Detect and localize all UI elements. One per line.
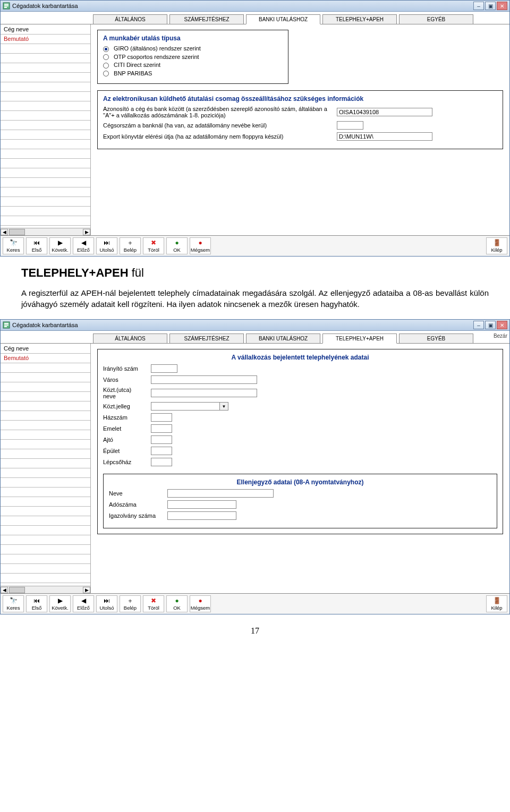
list-item[interactable] [1,421,90,430]
ellenjegyzo-adoszama-input[interactable] [167,500,236,509]
kozterulet-jelleg-input[interactable] [151,402,220,411]
list-item[interactable] [1,382,90,392]
radio-giro[interactable]: GIRO (általános) rendszer szerint [103,45,283,52]
torol-button[interactable]: ✖Töröl [143,595,164,612]
scroll-left-icon[interactable]: ◀ [1,229,8,235]
scroll-left-icon[interactable]: ◀ [1,587,8,593]
list-item[interactable] [1,392,90,401]
utolso-button[interactable]: ⏭Utolsó [96,237,117,254]
scroll-thumb[interactable] [9,587,25,593]
radio-otp[interactable]: OTP csoportos rendszere szerint [103,54,283,61]
list-item[interactable] [1,459,90,468]
list-item[interactable] [1,468,90,478]
ellenjegyzo-igazolvany-input[interactable] [167,511,236,520]
maximize-button[interactable]: ▣ [485,321,496,329]
list-item[interactable] [1,516,90,526]
elozo-button[interactable]: ◀Előző [73,595,94,612]
kovetk-button[interactable]: ▶Követk. [49,595,71,612]
list-item[interactable] [1,507,90,516]
list-item[interactable] [1,554,90,564]
tab-szamfejteshez[interactable]: SZÁMFEJTÉSHEZ [169,14,244,24]
maximize-button[interactable]: ▣ [485,2,496,10]
elozo-button[interactable]: ◀Előző [73,237,94,254]
list-item[interactable] [1,54,90,63]
list-item[interactable] [1,449,90,459]
scroll-right-icon[interactable]: ▶ [83,229,90,235]
kovetk-button[interactable]: ▶Követk. [49,237,71,254]
radio-bnp[interactable]: BNP PARIBAS [103,70,283,77]
minimize-button[interactable]: – [473,321,484,329]
list-item[interactable] [1,168,90,178]
list-item[interactable] [1,140,90,149]
list-item[interactable] [1,373,90,382]
list-item[interactable] [1,401,90,411]
list-item[interactable] [1,44,90,54]
kilep-button[interactable]: 🚪Kilép [486,595,507,612]
list-item[interactable] [1,440,90,449]
ok-button[interactable]: ●OK [166,237,188,254]
epulet-input[interactable] [151,447,172,455]
kozterulet-jelleg-combo[interactable]: ▼ [151,402,228,411]
list-item[interactable] [1,564,90,574]
belep-button[interactable]: ＋Belép [120,595,141,612]
list-item[interactable] [1,488,90,497]
ajto-input[interactable] [151,435,172,444]
tab-egyeb[interactable]: EGYÉB [399,14,473,24]
list-item[interactable] [1,545,90,554]
emelet-input[interactable] [151,424,172,433]
cegsorszam-input[interactable] [337,121,363,130]
radio-citi[interactable]: CITI Direct szerint [103,62,283,69]
list-item[interactable] [1,216,90,226]
chevron-down-icon[interactable]: ▼ [220,402,228,411]
sidebar-item-bemutato[interactable]: Bemutató [1,354,90,363]
sidebar-item-bemutato[interactable]: Bemutató [1,35,90,44]
minimize-button[interactable]: – [473,2,484,10]
list-item[interactable] [1,73,90,82]
list-item[interactable] [1,187,90,197]
list-item[interactable] [1,178,90,187]
tab-telephely-apeh[interactable]: TELEPHELY+APEH [322,14,397,24]
kilep-button[interactable]: 🚪Kilép [486,237,507,254]
list-item[interactable] [1,574,90,583]
list-item[interactable] [1,535,90,545]
list-item[interactable] [1,478,90,488]
close-button[interactable]: ✕ [497,2,507,10]
scroll-thumb[interactable] [9,229,25,235]
tab-altalanos[interactable]: ÁLTALÁNOS [93,334,167,344]
list-item[interactable] [1,411,90,421]
list-item[interactable] [1,159,90,168]
utolso-button[interactable]: ⏭Utolsó [96,595,117,612]
list-item[interactable] [1,363,90,373]
azonosito-input[interactable] [337,108,432,116]
list-item[interactable] [1,121,90,130]
ok-button[interactable]: ●OK [166,595,188,612]
list-item[interactable] [1,63,90,73]
list-item[interactable] [1,526,90,535]
list-item[interactable] [1,92,90,101]
tab-altalanos[interactable]: ÁLTALÁNOS [93,14,167,24]
list-item[interactable] [1,430,90,440]
list-item[interactable] [1,82,90,92]
tab-szamfejteshez[interactable]: SZÁMFEJTÉSHEZ [169,334,244,344]
elso-button[interactable]: ⏮Első [26,237,47,254]
list-item[interactable] [1,497,90,507]
keres-button[interactable]: 🔭Keres [3,595,24,612]
megsem-button[interactable]: ●Mégsem [190,595,211,612]
list-item[interactable] [1,111,90,121]
belep-button[interactable]: ＋Belép [120,237,141,254]
tab-telephely-apeh[interactable]: TELEPHELY+APEH [322,334,397,344]
export-path-input[interactable] [337,132,432,141]
tab-banki-utalashoz[interactable]: BANKI UTALÁSHOZ [246,14,320,24]
list-item[interactable] [1,197,90,207]
megsem-button[interactable]: ●Mégsem [190,237,211,254]
sidebar-hscrollbar[interactable]: ◀ ▶ [1,228,90,235]
scroll-right-icon[interactable]: ▶ [83,587,90,593]
elso-button[interactable]: ⏮Első [26,595,47,612]
ellenjegyzo-neve-input[interactable] [167,489,274,498]
keres-button[interactable]: 🔭Keres [3,237,24,254]
tab-egyeb[interactable]: EGYÉB [399,334,473,344]
torol-button[interactable]: ✖Töröl [143,237,164,254]
list-item[interactable] [1,130,90,140]
tab-banki-utalashoz[interactable]: BANKI UTALÁSHOZ [246,334,320,344]
close-button[interactable]: ✕ [497,321,507,329]
